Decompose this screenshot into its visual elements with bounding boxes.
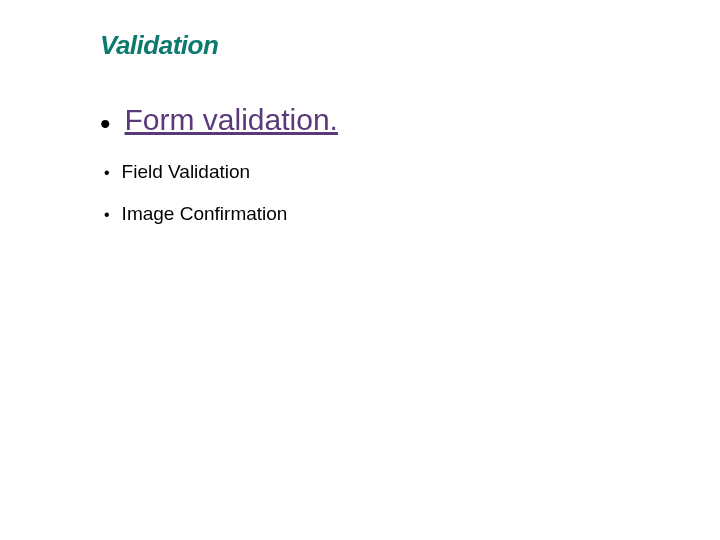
slide-container: Validation • Form validation. • Field Va… [0, 0, 720, 225]
bullet-icon: • [100, 109, 111, 139]
bullet-icon: • [104, 165, 110, 181]
image-confirmation-text: Image Confirmation [122, 203, 288, 225]
bullet-icon: • [104, 207, 110, 223]
form-validation-link[interactable]: Form validation. [125, 103, 338, 137]
field-validation-text: Field Validation [122, 161, 251, 183]
bullet-item-main: • Form validation. [100, 103, 720, 139]
bullet-item-sub: • Field Validation [100, 161, 720, 183]
slide-title: Validation [100, 30, 720, 61]
bullet-item-sub: • Image Confirmation [100, 203, 720, 225]
